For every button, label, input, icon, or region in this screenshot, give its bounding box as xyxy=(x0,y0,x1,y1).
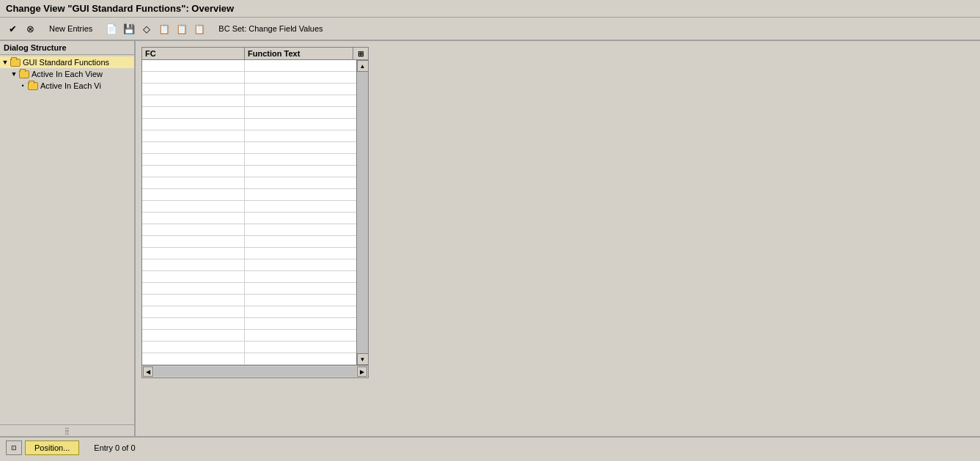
cell-ft-2 xyxy=(245,84,356,95)
table-row[interactable] xyxy=(142,236,356,248)
bottom-area: ⊡ Position... Entry 0 of 0 xyxy=(0,436,980,458)
table-container: FC Function Text ⊞ ▲ ▼ xyxy=(141,47,369,378)
cell-fc-14 xyxy=(142,224,245,236)
table-row[interactable] xyxy=(142,224,356,236)
undo-button[interactable]: ◇ xyxy=(139,21,155,37)
cell-fc-12 xyxy=(142,201,245,213)
cell-fc-13 xyxy=(142,213,245,224)
table-row[interactable] xyxy=(142,72,356,84)
cell-ft-4 xyxy=(245,107,356,119)
table-row[interactable] xyxy=(142,95,356,107)
table-row[interactable] xyxy=(142,130,356,142)
table-row[interactable] xyxy=(142,84,356,95)
table-row[interactable] xyxy=(142,295,356,306)
tree-item-active-each-view-2[interactable]: • Active In Each Vi xyxy=(0,80,134,92)
table-row[interactable] xyxy=(142,201,356,213)
tree-area: ▼ GUI Standard Functions ▼ Active In Eac… xyxy=(0,55,134,424)
window-title: Change View "GUI Standard Functions": Ov… xyxy=(6,3,234,14)
cell-ft-17 xyxy=(245,259,356,271)
cell-ft-14 xyxy=(245,224,356,236)
expand-icon-2: • xyxy=(19,82,26,89)
column-settings-button[interactable]: ⊞ xyxy=(353,48,368,59)
table-row[interactable] xyxy=(142,248,356,259)
table-row[interactable] xyxy=(142,330,356,342)
save-button[interactable]: 💾 xyxy=(121,21,137,37)
cell-fc-11 xyxy=(142,189,245,201)
cell-fc-8 xyxy=(142,154,245,166)
cell-ft-1 xyxy=(245,72,356,84)
cell-fc-20 xyxy=(142,295,245,306)
table-row[interactable] xyxy=(142,271,356,283)
cell-ft-3 xyxy=(245,95,356,107)
paste-button[interactable]: 📋 xyxy=(156,21,172,37)
cell-fc-2 xyxy=(142,84,245,95)
cell-ft-8 xyxy=(245,154,356,166)
table-row[interactable] xyxy=(142,107,356,119)
cell-ft-22 xyxy=(245,318,356,330)
expand-icon-0: ▼ xyxy=(1,59,9,66)
left-panel-resize[interactable]: ⣿ xyxy=(0,424,134,436)
cell-ft-6 xyxy=(245,130,356,142)
cell-ft-0 xyxy=(245,60,356,72)
scroll-track-vertical[interactable] xyxy=(357,72,368,353)
cell-ft-16 xyxy=(245,248,356,259)
cell-ft-13 xyxy=(245,213,356,224)
cell-fc-16 xyxy=(142,248,245,259)
table-row[interactable] xyxy=(142,189,356,201)
check-button[interactable]: ✔ xyxy=(4,21,21,37)
toolbar: ✔ ⊗ New Entries 📄 💾 ◇ 📋 📋 📋 BC Set: Chan… xyxy=(0,18,980,41)
table-row[interactable] xyxy=(142,119,356,130)
tree-label-2: Active In Each Vi xyxy=(40,81,101,90)
table-row[interactable] xyxy=(142,166,356,177)
copy-button[interactable]: 📄 xyxy=(103,21,119,37)
tree-item-gui-standard-functions[interactable]: ▼ GUI Standard Functions xyxy=(0,56,134,68)
cell-fc-9 xyxy=(142,166,245,177)
table-header: FC Function Text ⊞ xyxy=(142,48,368,60)
table-row[interactable] xyxy=(142,60,356,72)
table-row[interactable] xyxy=(142,283,356,295)
scroll-left-button[interactable]: ◀ xyxy=(143,366,153,377)
table-row[interactable] xyxy=(142,154,356,166)
cell-ft-21 xyxy=(245,306,356,318)
cell-fc-24 xyxy=(142,342,245,353)
new-entries-button[interactable]: New Entries xyxy=(44,21,97,37)
table-row[interactable] xyxy=(142,213,356,224)
table-row[interactable] xyxy=(142,142,356,154)
cell-ft-7 xyxy=(245,142,356,154)
cell-ft-23 xyxy=(245,330,356,342)
cell-fc-1 xyxy=(142,72,245,84)
cell-fc-21 xyxy=(142,306,245,318)
cell-fc-19 xyxy=(142,283,245,295)
table-row[interactable] xyxy=(142,306,356,318)
scroll-track-horizontal[interactable] xyxy=(154,366,356,377)
back-button[interactable]: ⊗ xyxy=(22,21,38,37)
scroll-right-button[interactable]: ▶ xyxy=(357,366,367,377)
cell-ft-10 xyxy=(245,177,356,189)
table-row[interactable] xyxy=(142,177,356,189)
position-button[interactable]: Position... xyxy=(25,440,79,455)
scroll-up-button[interactable]: ▲ xyxy=(357,60,369,72)
right-panel: FC Function Text ⊞ ▲ ▼ xyxy=(136,41,980,436)
scroll-down-button[interactable]: ▼ xyxy=(357,353,369,365)
move-button[interactable]: 📋 xyxy=(174,21,190,37)
delete-button[interactable]: 📋 xyxy=(191,21,207,37)
table-row[interactable] xyxy=(142,342,356,353)
cell-fc-6 xyxy=(142,130,245,142)
bc-set-button[interactable]: BC Set: Change Field Values xyxy=(213,21,328,37)
vertical-scrollbar[interactable]: ▲ ▼ xyxy=(356,60,368,365)
tree-item-active-each-view-1[interactable]: ▼ Active In Each View xyxy=(0,68,134,80)
expand-icon-1: ▼ xyxy=(10,70,18,78)
column-header-fc: FC xyxy=(142,48,245,59)
position-wrapper: ⊡ Position... xyxy=(6,440,79,455)
cell-fc-25 xyxy=(142,353,245,365)
table-row[interactable] xyxy=(142,353,356,365)
cell-fc-3 xyxy=(142,95,245,107)
main-area: Dialog Structure ▼ GUI Standard Function… xyxy=(0,41,980,436)
table-row[interactable] xyxy=(142,259,356,271)
cell-ft-12 xyxy=(245,201,356,213)
table-row[interactable] xyxy=(142,318,356,330)
folder-icon-1 xyxy=(18,69,30,79)
cell-ft-24 xyxy=(245,342,356,353)
entry-count-label: Entry 0 of 0 xyxy=(94,443,135,452)
left-panel: Dialog Structure ▼ GUI Standard Function… xyxy=(0,41,136,436)
